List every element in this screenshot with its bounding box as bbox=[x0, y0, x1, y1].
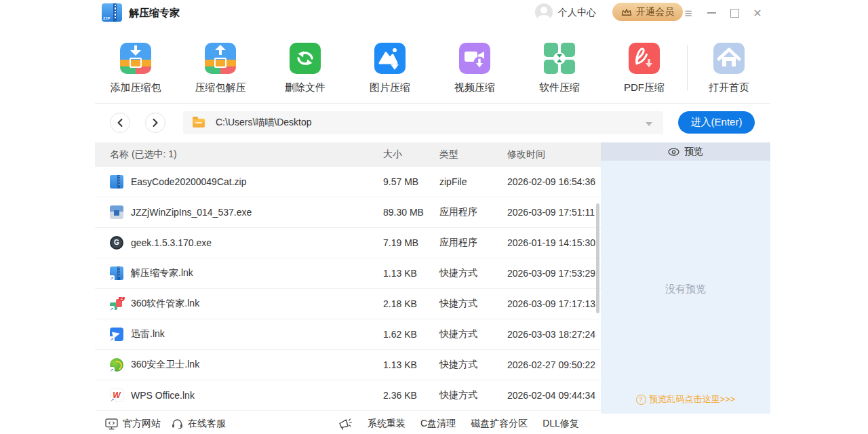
file-name: 360安全卫士.lnk bbox=[131, 359, 199, 371]
table-row[interactable]: geek.1.5.3.170.exe 7.19 MB 应用程序 2026-01-… bbox=[95, 228, 601, 258]
toolbar-pdf-compress[interactable]: PDF压缩 bbox=[604, 43, 685, 94]
file-size: 7.19 MB bbox=[383, 237, 439, 248]
thunder-icon bbox=[110, 328, 123, 341]
toolbar-image-compress[interactable]: 图片压缩 bbox=[349, 43, 431, 94]
file-type: 应用程序 bbox=[439, 237, 507, 249]
file-modified: 2026-03-09 17:53:29 bbox=[507, 268, 601, 279]
question-icon bbox=[636, 395, 646, 405]
scrollbar-thumb[interactable] bbox=[596, 203, 599, 313]
column-size[interactable]: 大小 bbox=[383, 149, 439, 161]
app-window: 解压缩专家 个人中心 开通会员 ≡ ✕ 添加压缩包 压缩包解压 bbox=[0, 0, 868, 434]
tool-c-drive-clean[interactable]: C盘清理 bbox=[420, 418, 456, 430]
toolbar-label: 视频压缩 bbox=[434, 81, 515, 94]
user-center-link[interactable]: 个人中心 bbox=[558, 7, 596, 19]
shortcut-arrow-icon bbox=[110, 367, 115, 372]
file-size: 1.62 KB bbox=[383, 329, 439, 340]
folder-icon bbox=[193, 119, 205, 127]
toolbar-divider bbox=[687, 45, 688, 91]
file-name: EasyCode20200049Cat.zip bbox=[131, 176, 246, 187]
garbled-preview-link[interactable]: 预览乱码点击这里>>> bbox=[601, 393, 770, 406]
file-name: JZZjWinZipIns_014_537.exe bbox=[131, 207, 252, 218]
toolbar-delete-files[interactable]: 删除文件 bbox=[264, 43, 346, 94]
footer-tools: 系统重装 C盘清理 磁盘扩容分区 DLL修复 bbox=[338, 414, 579, 434]
shortcut-arrow-icon bbox=[110, 397, 115, 402]
file-name: 360软件管家.lnk bbox=[131, 298, 199, 310]
tool-disk-expand[interactable]: 磁盘扩容分区 bbox=[471, 418, 528, 430]
no-preview-text: 没有预览 bbox=[601, 283, 770, 296]
delete-files-icon bbox=[290, 43, 321, 74]
wps-office-icon bbox=[110, 389, 123, 402]
official-site-link[interactable]: 官方网站 bbox=[105, 414, 161, 434]
close-button[interactable]: ✕ bbox=[750, 5, 765, 20]
file-modified: 2026-03-03 18:27:24 bbox=[507, 329, 601, 340]
file-type: 快捷方式 bbox=[439, 267, 507, 279]
minimize-button[interactable] bbox=[704, 5, 719, 20]
file-size: 2.36 KB bbox=[383, 390, 439, 401]
footer-label: 官方网站 bbox=[123, 418, 161, 430]
tool-dll-repair[interactable]: DLL修复 bbox=[542, 418, 579, 430]
file-modified: 2026-02-27 09:50:22 bbox=[507, 359, 601, 370]
preview-panel: 预览 没有预览 预览乱码点击这里>>> bbox=[601, 142, 770, 414]
path-input[interactable]: C:\Users\喵喵\Desktop bbox=[183, 111, 663, 134]
enter-button[interactable]: 进入(Enter) bbox=[678, 111, 755, 134]
file-list: 名称 (已选中: 1) 大小 类型 修改时间 EasyCode20200049C… bbox=[95, 142, 601, 414]
pdf-compress-icon bbox=[629, 43, 660, 74]
online-support-link[interactable]: 在线客服 bbox=[172, 414, 226, 434]
column-modified[interactable]: 修改时间 bbox=[507, 149, 601, 161]
table-row[interactable]: 360安全卫士.lnk 1.13 KB 快捷方式 2026-02-27 09:5… bbox=[95, 350, 601, 380]
menu-icon[interactable]: ≡ bbox=[681, 5, 696, 20]
geek-uninstaller-icon bbox=[110, 236, 123, 250]
file-name: geek.1.5.3.170.exe bbox=[131, 237, 212, 248]
shortcut-arrow-icon bbox=[110, 336, 115, 341]
column-type[interactable]: 类型 bbox=[439, 149, 507, 161]
path-dropdown-caret-icon[interactable] bbox=[646, 122, 652, 126]
image-compress-icon bbox=[374, 43, 406, 74]
vip-button-label: 开通会员 bbox=[636, 6, 674, 18]
tool-system-reinstall[interactable]: 系统重装 bbox=[368, 418, 406, 430]
headset-icon bbox=[172, 418, 183, 429]
software-compress-icon bbox=[544, 43, 575, 74]
file-size: 2.18 KB bbox=[383, 298, 439, 309]
forward-button[interactable] bbox=[145, 113, 165, 133]
zip-app-shortcut-icon bbox=[110, 267, 123, 280]
toolbar-add-archive[interactable]: 添加压缩包 bbox=[95, 43, 176, 94]
app-logo-icon bbox=[102, 3, 122, 22]
file-size: 89.30 MB bbox=[383, 207, 439, 218]
toolbar-video-compress[interactable]: 视频压缩 bbox=[434, 43, 515, 94]
back-button[interactable] bbox=[110, 113, 130, 133]
toolbar-label: 打开首页 bbox=[688, 81, 770, 94]
footer-label: 在线客服 bbox=[188, 418, 226, 430]
table-row[interactable]: EasyCode20200049Cat.zip 9.57 MB zipFile … bbox=[95, 167, 601, 197]
garbled-link-label: 预览乱码点击这里>>> bbox=[650, 393, 736, 406]
file-name: 解压缩专家.lnk bbox=[131, 267, 193, 279]
file-type: 快捷方式 bbox=[439, 298, 507, 310]
app-title: 解压缩专家 bbox=[129, 7, 180, 20]
table-row[interactable]: WPS Office.lnk 2.36 KB 快捷方式 2026-02-04 0… bbox=[95, 380, 601, 411]
toolbar-open-homepage[interactable]: 打开首页 bbox=[688, 43, 770, 94]
window-controls: ≡ ✕ bbox=[681, 0, 765, 26]
table-row[interactable]: 2360软件管家.lnk 2.18 KB 快捷方式 2026-03-09 17:… bbox=[95, 289, 601, 319]
file-type: zipFile bbox=[439, 176, 507, 187]
file-modified: 2026-03-09 17:17:13 bbox=[507, 298, 601, 309]
file-size: 1.13 KB bbox=[383, 268, 439, 279]
file-modified: 2026-02-09 16:54:36 bbox=[507, 176, 601, 187]
file-name: 迅雷.lnk bbox=[131, 328, 165, 340]
360-safe-guard-icon bbox=[110, 358, 123, 372]
column-name[interactable]: 名称 (已选中: 1) bbox=[110, 149, 383, 161]
file-type: 应用程序 bbox=[439, 206, 507, 218]
preview-body: 没有预览 预览乱码点击这里>>> bbox=[601, 161, 770, 414]
open-vip-button[interactable]: 开通会员 bbox=[612, 3, 683, 21]
toolbar-extract-archive[interactable]: 压缩包解压 bbox=[180, 43, 261, 94]
crown-icon bbox=[621, 8, 632, 16]
table-row[interactable]: 迅雷.lnk 1.62 KB 快捷方式 2026-03-03 18:27:24 bbox=[95, 319, 601, 350]
megaphone-icon bbox=[338, 418, 353, 430]
table-row[interactable]: 解压缩专家.lnk 1.13 KB 快捷方式 2026-03-09 17:53:… bbox=[95, 258, 601, 289]
preview-title: 预览 bbox=[684, 146, 703, 158]
toolbar-label: 软件压缩 bbox=[519, 81, 600, 94]
extract-archive-icon bbox=[205, 43, 236, 74]
360-software-manager-icon: 2 bbox=[110, 297, 123, 311]
user-avatar[interactable] bbox=[535, 3, 553, 21]
table-row[interactable]: JZZjWinZipIns_014_537.exe 89.30 MB 应用程序 … bbox=[95, 197, 601, 228]
toolbar-software-compress[interactable]: 软件压缩 bbox=[519, 43, 600, 94]
maximize-button[interactable] bbox=[727, 5, 742, 20]
